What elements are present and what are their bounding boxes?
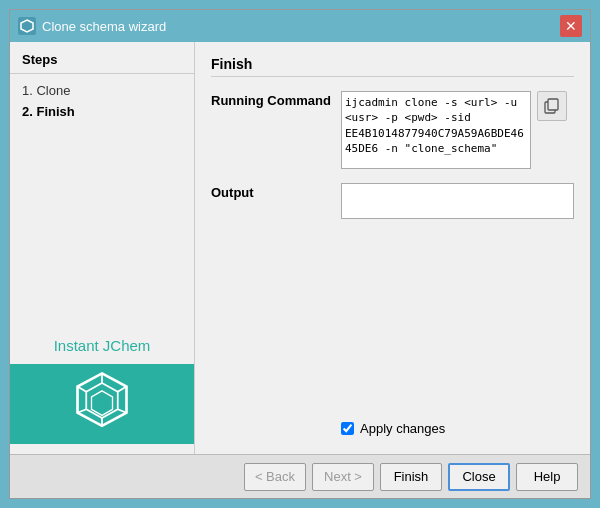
wizard-window: Clone schema wizard ✕ Steps 1. Clone 2. … (9, 9, 591, 499)
command-label: Running Command (211, 91, 341, 108)
apply-changes-checkbox[interactable] (341, 422, 354, 435)
logo-background (10, 364, 194, 444)
svg-rect-11 (548, 99, 558, 110)
output-textarea[interactable] (341, 183, 574, 219)
command-wrapper (341, 91, 574, 169)
app-icon (18, 17, 36, 35)
close-footer-button[interactable]: Close (448, 463, 510, 491)
sidebar-item-clone[interactable]: 1. Clone (10, 80, 194, 101)
sidebar-item-finish[interactable]: 2. Finish (10, 101, 194, 122)
footer: < Back Next > Finish Close Help (10, 454, 590, 498)
copy-button[interactable] (537, 91, 567, 121)
main-panel: Finish Running Command Output (195, 42, 590, 454)
output-label: Output (211, 183, 341, 200)
step-1-label: Clone (36, 83, 70, 98)
apply-changes-row: Apply changes (341, 421, 574, 436)
apply-changes-label[interactable]: Apply changes (360, 421, 445, 436)
app-name: Instant JChem (10, 327, 194, 364)
close-button[interactable]: ✕ (560, 15, 582, 37)
hex-logo (67, 369, 137, 439)
content-area: Steps 1. Clone 2. Finish Instant JChem (10, 42, 590, 454)
titlebar-left: Clone schema wizard (18, 17, 166, 35)
titlebar: Clone schema wizard ✕ (10, 10, 590, 42)
step-2-number: 2. (22, 104, 33, 119)
svg-marker-3 (92, 391, 113, 416)
help-button[interactable]: Help (516, 463, 578, 491)
logo-area: Instant JChem (10, 317, 194, 444)
back-button[interactable]: < Back (244, 463, 306, 491)
sidebar: Steps 1. Clone 2. Finish Instant JChem (10, 42, 195, 454)
output-row: Output (211, 183, 574, 411)
next-button[interactable]: Next > (312, 463, 374, 491)
svg-marker-0 (21, 20, 33, 32)
window-title: Clone schema wizard (42, 19, 166, 34)
copy-icon (544, 98, 560, 114)
step-2-label: Finish (36, 104, 74, 119)
steps-heading: Steps (10, 52, 194, 74)
finish-button[interactable]: Finish (380, 463, 442, 491)
section-title: Finish (211, 56, 574, 77)
step-1-number: 1. (22, 83, 33, 98)
command-row: Running Command (211, 91, 574, 169)
command-textarea[interactable] (341, 91, 531, 169)
